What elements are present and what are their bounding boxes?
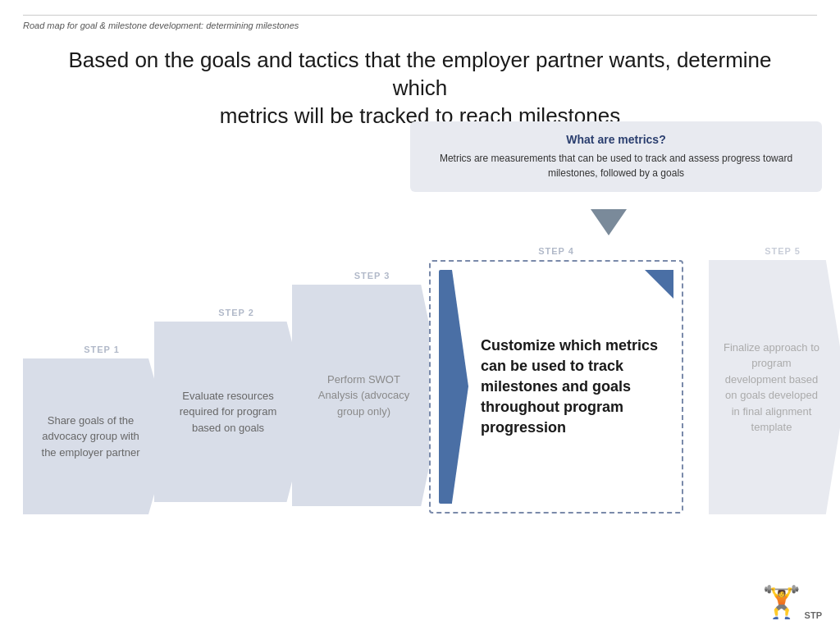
step2-shape: Evaluate resources required for program … (154, 322, 310, 502)
step3-text: Perform SWOT Analysis (advocacy group on… (308, 372, 419, 420)
logo-icon: 🏋 (762, 585, 801, 619)
step3-shape: Perform SWOT Analysis (advocacy group on… (292, 285, 444, 506)
step4-triangle-accent (645, 270, 673, 299)
step4-content: Customize which metrics can be used to t… (439, 270, 673, 504)
step4-label: STEP 4 (429, 246, 683, 256)
step5-shape: Finalize approach to program development… (709, 260, 840, 514)
step4-block: STEP 4 Customize which metrics can be us… (429, 246, 683, 514)
step3-block: STEP 3 Perform SWOT Analysis (advocacy g… (292, 271, 452, 506)
step5-label: STEP 5 (709, 246, 840, 256)
step4-text-area: Customize which metrics can be used to t… (468, 270, 673, 504)
steps-area: STEP 1 Share goals of the advocacy group… (23, 246, 822, 573)
step5-text: Finalize approach to program development… (721, 340, 822, 436)
metrics-tooltip: What are metrics? Metrics are measuremen… (410, 121, 822, 192)
step4-inner: Customize which metrics can be used to t… (429, 260, 683, 514)
logo-text: STP (805, 610, 822, 620)
step1-text: Share goals of the advocacy group with t… (35, 413, 146, 461)
tooltip-body: Metrics are measurements that can be use… (425, 151, 807, 180)
breadcrumb: Road map for goal & milestone developmen… (0, 16, 840, 39)
arrow-down-icon (591, 209, 627, 235)
step4-blue-bar (439, 270, 452, 504)
step2-text: Evaluate resources required for program … (171, 388, 285, 436)
tooltip-title: What are metrics? (425, 133, 807, 146)
step1-shape: Share goals of the advocacy group with t… (23, 358, 171, 514)
step4-blue-arrow (452, 270, 468, 503)
step5-block: STEP 5 Finalize approach to program deve… (709, 246, 840, 514)
step3-label: STEP 3 (292, 271, 452, 281)
logo-area: 🏋 STP (762, 584, 822, 620)
step4-main-text: Customize which metrics can be used to t… (481, 336, 665, 439)
